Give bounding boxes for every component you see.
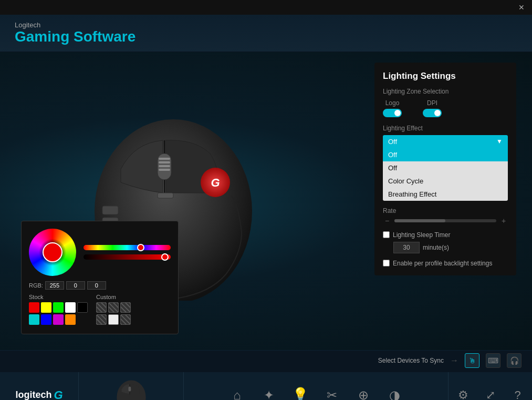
zone-dpi-toggle[interactable]: [423, 109, 442, 117]
rate-fill: [394, 219, 445, 222]
zone-logo: Logo: [383, 99, 402, 117]
main-content: G RGB:: [0, 52, 532, 350]
sync-bar: Select Devices To Sync → 🖱 ⌨ 🎧: [0, 350, 532, 371]
rate-slider[interactable]: [394, 219, 496, 222]
hue-thumb: [137, 244, 144, 251]
dropdown-selected-text: Off: [388, 138, 397, 146]
logo-brand: logitech: [15, 389, 51, 400]
svg-rect-4: [159, 161, 170, 163]
brightness-slider[interactable]: [84, 254, 171, 260]
svg-rect-5: [159, 165, 170, 167]
rate-increase-button[interactable]: +: [499, 217, 508, 225]
effect-option-off-1[interactable]: Off: [383, 148, 508, 161]
taskbar: logitech G ⌂ ✦ 💡 ✂ ⊕ ◑: [0, 371, 532, 400]
title-bar: ✕: [0, 0, 532, 15]
taskbar-settings: ⚙ ⤢ ?: [448, 372, 532, 400]
color-picker-panel: RGB: Stock: [21, 221, 179, 334]
profile-backlight-label: Enable per profile backlight settings: [393, 260, 492, 267]
rate-row: Rate − +: [383, 207, 508, 225]
dropdown-options: Off Off Color Cycle Breathing Effect: [383, 148, 508, 201]
svg-rect-3: [159, 158, 170, 160]
effect-option-breathing[interactable]: Breathing Effect: [383, 188, 508, 201]
taskbar-mouse-icon: [108, 377, 155, 400]
profile-backlight-row: Enable per profile backlight settings: [383, 260, 508, 267]
sync-arrow-icon: →: [450, 356, 458, 365]
zone-logo-toggle[interactable]: [383, 109, 402, 117]
swatch-yellow[interactable]: [41, 302, 51, 313]
svg-text:G: G: [211, 176, 220, 189]
custom-label: Custom: [96, 294, 131, 300]
swatch-magenta[interactable]: [53, 314, 64, 325]
custom-swatch-2[interactable]: [108, 302, 119, 313]
sleep-timer-row: Lighting Sleep Timer: [383, 231, 508, 239]
profiles-icon: ✦: [264, 388, 274, 400]
settings-gear-icon[interactable]: ⚙: [452, 384, 475, 400]
timer-row: minute(s): [393, 242, 508, 253]
sync-keyboard-icon[interactable]: ⌨: [486, 353, 500, 368]
close-button[interactable]: ✕: [515, 2, 528, 13]
swatch-red[interactable]: [29, 302, 39, 313]
color-wheel[interactable]: [29, 229, 76, 276]
effect-option-color-cycle[interactable]: Color Cycle: [383, 175, 508, 188]
sync-headset-icon[interactable]: 🎧: [507, 353, 521, 368]
logo-g-icon: G: [54, 388, 62, 400]
taskbar-home-icon[interactable]: ⌂: [224, 377, 251, 400]
zone-row: Logo DPI: [383, 99, 508, 117]
taskbar-profiles-icon[interactable]: ✦: [256, 377, 282, 400]
custom-swatch-5[interactable]: [108, 314, 119, 325]
sleep-timer-checkbox[interactable]: [383, 231, 390, 238]
custom-swatch-1[interactable]: [96, 302, 107, 313]
swatch-blue[interactable]: [41, 314, 51, 325]
taskbar-logo: logitech G: [0, 372, 79, 400]
brightness-thumb: [161, 253, 169, 261]
swatches-section: Stock Custom: [29, 294, 171, 326]
lighting-icon: 💡: [293, 387, 308, 400]
effect-option-off-2[interactable]: Off: [383, 161, 508, 175]
timer-unit-label: minute(s): [423, 244, 449, 251]
swatch-orange[interactable]: [65, 314, 76, 325]
custom-swatch-6[interactable]: [120, 314, 131, 325]
swatch-black[interactable]: [77, 302, 88, 313]
svg-rect-6: [159, 169, 170, 171]
assignments-icon: ✂: [327, 388, 337, 400]
taskbar-lighting-icon[interactable]: 💡: [287, 377, 314, 400]
zone-dpi: DPI: [423, 99, 442, 117]
lighting-panel: Lighting Settings Lighting Zone Selectio…: [374, 63, 516, 275]
taskbar-icons: ⌂ ✦ 💡 ✂ ⊕ ◑: [184, 372, 448, 400]
home-icon: ⌂: [233, 388, 241, 400]
rate-decrease-button[interactable]: −: [383, 217, 391, 225]
reports-icon: ◑: [389, 388, 400, 400]
sleep-timer-label: Lighting Sleep Timer: [393, 231, 450, 239]
swatch-green[interactable]: [53, 302, 64, 313]
custom-swatch-4[interactable]: [96, 314, 107, 325]
settings-help-icon[interactable]: ?: [506, 384, 529, 400]
custom-swatch-3[interactable]: [120, 302, 131, 313]
rgb-label: RGB:: [29, 282, 43, 289]
dropdown-selected[interactable]: Off ▼: [383, 135, 508, 148]
swatch-cyan[interactable]: [29, 314, 39, 325]
logo-text: logitech G: [15, 388, 62, 400]
effect-label: Lighting Effect: [383, 125, 508, 132]
svg-rect-9: [158, 193, 173, 198]
taskbar-dpi-icon[interactable]: ⊕: [350, 377, 377, 400]
lighting-effect-dropdown[interactable]: Off ▼ Off Off Color Cycle Breathing Effe…: [383, 135, 508, 201]
rgb-row: RGB:: [29, 281, 171, 290]
brand-label: Logitech: [15, 21, 517, 29]
timer-value-input[interactable]: [393, 242, 420, 253]
taskbar-reports-icon[interactable]: ◑: [382, 377, 408, 400]
header: Logitech Gaming Software: [0, 15, 532, 52]
profile-backlight-checkbox[interactable]: [383, 260, 390, 266]
taskbar-assignments-icon[interactable]: ✂: [319, 377, 345, 400]
hue-slider[interactable]: [84, 245, 171, 250]
custom-swatches: Custom: [96, 294, 131, 326]
dpi-icon: ⊕: [358, 388, 369, 400]
zone-selection-label: Lighting Zone Selection: [383, 88, 508, 95]
rgb-r-input[interactable]: [45, 281, 64, 290]
rgb-b-input[interactable]: [87, 281, 106, 290]
sync-mouse-icon[interactable]: 🖱: [465, 353, 479, 368]
settings-share-icon[interactable]: ⤢: [479, 384, 502, 400]
swatch-white[interactable]: [65, 302, 76, 313]
rgb-g-input[interactable]: [66, 281, 85, 290]
svg-rect-14: [128, 386, 131, 391]
app-title: Gaming Software: [15, 29, 517, 45]
